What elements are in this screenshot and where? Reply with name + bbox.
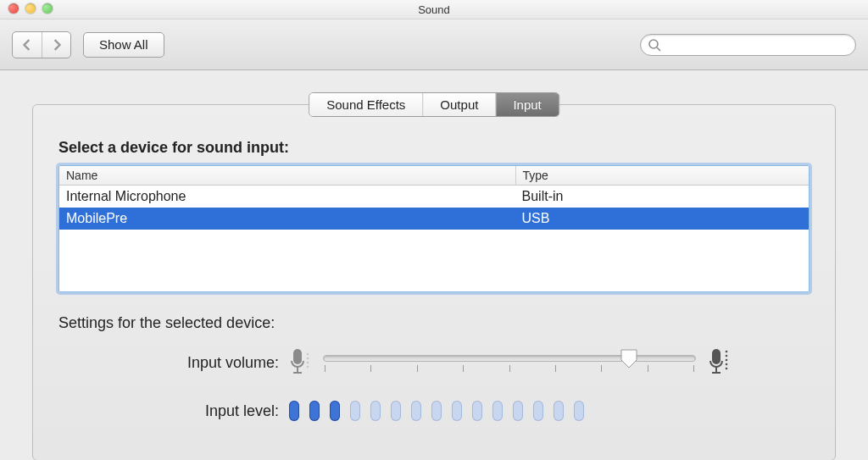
svg-point-7: [307, 362, 309, 364]
level-cell: [391, 401, 401, 421]
search-input[interactable]: [640, 34, 856, 56]
toolbar: Show All: [0, 19, 868, 70]
tabs-bar: Sound EffectsOutputInput: [309, 92, 559, 117]
table-header: Name Type: [59, 166, 809, 186]
level-cell: [330, 401, 340, 421]
svg-rect-9: [712, 349, 721, 364]
level-cell: [492, 401, 503, 421]
input-volume-label: Input volume:: [126, 354, 279, 372]
level-cell: [452, 401, 462, 421]
forward-button[interactable]: [42, 32, 70, 58]
tab-frame: Sound EffectsOutputInput Select a device…: [32, 104, 836, 460]
level-cell: [431, 401, 442, 421]
window-title: Sound: [418, 3, 450, 16]
svg-point-5: [307, 353, 309, 356]
close-window-button[interactable]: [8, 3, 19, 14]
level-cell: [513, 401, 523, 421]
settings-heading: Settings for the selected device:: [58, 314, 810, 332]
input-level-meter: [289, 401, 584, 421]
table-row[interactable]: MobilePreUSB: [59, 208, 809, 230]
input-volume-row: Input volume:: [126, 347, 810, 379]
device-name: MobilePre: [59, 211, 515, 226]
zoom-window-button[interactable]: [42, 3, 53, 14]
device-type: USB: [515, 211, 809, 226]
level-cell: [472, 401, 482, 421]
svg-point-12: [726, 351, 728, 353]
level-cell: [574, 401, 584, 421]
svg-point-13: [726, 355, 728, 357]
level-cell: [289, 401, 299, 421]
minimize-window-button[interactable]: [25, 3, 36, 14]
level-cell: [554, 401, 564, 421]
chevron-left-icon: [21, 39, 33, 51]
svg-rect-2: [293, 349, 302, 364]
tab-output[interactable]: Output: [422, 93, 495, 116]
svg-point-6: [307, 357, 309, 360]
svg-point-0: [649, 40, 658, 48]
show-all-button[interactable]: Show All: [83, 32, 164, 58]
content-area: Sound EffectsOutputInput Select a device…: [0, 70, 868, 460]
level-cell: [309, 401, 320, 421]
table-row[interactable]: Internal MicrophoneBuilt-in: [59, 186, 809, 208]
svg-line-1: [657, 47, 660, 51]
search-field: [640, 34, 856, 56]
device-controls: Input volume:: [58, 347, 810, 421]
level-cell: [533, 401, 543, 421]
input-volume-slider[interactable]: [323, 355, 696, 372]
level-cell: [411, 401, 421, 421]
svg-point-14: [726, 359, 728, 362]
input-level-label: Input level:: [126, 402, 279, 420]
nav-segmented: [12, 31, 71, 58]
microphone-high-icon: [708, 347, 730, 379]
column-name[interactable]: Name: [59, 166, 516, 185]
level-cell: [350, 401, 360, 421]
window-traffic-lights: [8, 3, 53, 14]
microphone-low-icon: [289, 347, 311, 379]
back-button[interactable]: [13, 32, 42, 58]
input-level-row: Input level:: [126, 401, 810, 421]
column-type[interactable]: Type: [516, 166, 809, 185]
input-device-table[interactable]: Name Type Internal MicrophoneBuilt-inMob…: [58, 165, 810, 292]
level-cell: [370, 401, 381, 421]
svg-point-15: [726, 363, 728, 366]
tab-input[interactable]: Input: [495, 93, 558, 116]
device-name: Internal Microphone: [59, 189, 515, 204]
select-device-heading: Select a device for sound input:: [58, 139, 810, 157]
device-type: Built-in: [515, 189, 809, 204]
titlebar: Sound: [0, 0, 868, 19]
chevron-right-icon: [51, 39, 63, 51]
svg-point-8: [307, 366, 309, 369]
search-icon: [648, 38, 661, 54]
sound-preferences-window: Sound Show All Sound EffectsOutputInput …: [0, 0, 868, 460]
tab-sound-effects[interactable]: Sound Effects: [309, 93, 422, 116]
show-all-label: Show All: [99, 37, 148, 52]
svg-point-16: [726, 368, 728, 370]
